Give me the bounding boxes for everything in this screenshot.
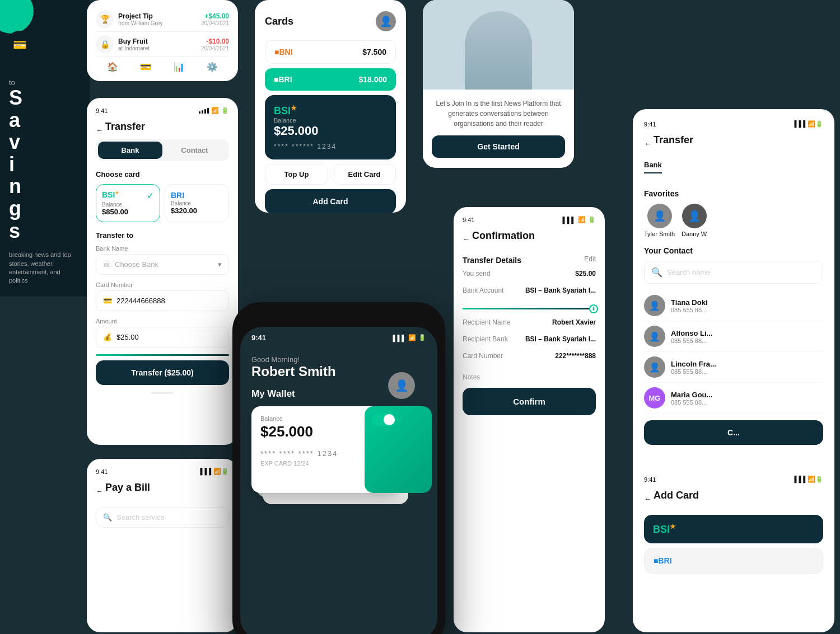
- tyler-avatar: 👤: [647, 204, 672, 228]
- conf-back-arrow: ←: [463, 235, 470, 243]
- cards-header: Cards 👤: [265, 11, 396, 31]
- phone-status-bar: 9:41 ▌▌▌ 📶 🔋: [240, 327, 437, 346]
- paybill-status-time: 9:41: [96, 468, 108, 475]
- tr-back-arrow: ←: [644, 139, 651, 148]
- amount-label: Amount: [96, 318, 229, 325]
- contact-info: Tiana Doki 085 555 88...: [671, 298, 708, 313]
- transfer-screen: 9:41 📶 🔋 ← Transfer Bank Contact Choose …: [87, 98, 238, 445]
- bri-amount: $18.000: [358, 75, 387, 84]
- contact-item[interactable]: 👤 Tiana Doki 085 555 88...: [644, 290, 823, 321]
- recipient-name-value: Robert Xavier: [552, 318, 596, 326]
- bsi-card-choice[interactable]: BSI★ ✓ Balance $850.00: [96, 184, 160, 222]
- addcard-back-button[interactable]: ← Add Card: [644, 490, 823, 508]
- favorites-title: Favorites: [644, 189, 823, 198]
- contact-search-placeholder: Search name: [667, 268, 710, 276]
- phone-screen: 9:41 ▌▌▌ 📶 🔋 Good Morning! Robert Smith …: [240, 327, 437, 634]
- bri-card-item[interactable]: ■BRI $18.000: [265, 68, 396, 91]
- addcard-bri-item[interactable]: ■BRI: [644, 548, 823, 574]
- transaction-item[interactable]: 🔒 Buy Fruit at Indomaret -$10.00 20/04/2…: [96, 32, 229, 57]
- savings-word: Savings: [9, 87, 81, 242]
- contact-search-box[interactable]: 🔍 Search name: [644, 261, 823, 284]
- conf-back-button[interactable]: ← Confirmation: [463, 230, 596, 248]
- bottom-indicator: [151, 392, 174, 394]
- contact-name: Lincoln Fra...: [671, 360, 716, 368]
- signal-bar-2: [202, 110, 203, 114]
- favorites-section: Favorites 👤 Tyler Smith 👤 Danny W: [644, 189, 823, 237]
- addcard-bsi-item[interactable]: BSI★: [644, 515, 823, 543]
- transfer-back-button[interactable]: ← Transfer: [96, 121, 229, 139]
- tr-status-time: 9:41: [644, 121, 656, 128]
- bri-balance-choice-value: $320.00: [171, 206, 223, 215]
- bni-card-item[interactable]: ■BNI $7.500: [265, 40, 396, 64]
- phone-content: Good Morning! Robert Smith 👤 My Wallet B…: [240, 346, 437, 527]
- transaction-item[interactable]: 🏆 Project Tip from William Grey +$45.00 …: [96, 7, 229, 32]
- tx-info: Project Tip from William Grey: [118, 12, 162, 26]
- card-toggle-switch[interactable]: [371, 413, 396, 426]
- bsi-full-card[interactable]: BSI★ Balance $25.000 **** ****** 1234: [265, 95, 396, 159]
- you-send-row: You send $25.00: [463, 265, 596, 282]
- home-nav-icon[interactable]: 🏠: [107, 62, 118, 72]
- bri-card-choice[interactable]: BRI Balance $320.00: [165, 184, 229, 222]
- favorite-danny[interactable]: 👤 Danny W: [682, 204, 707, 237]
- get-started-button[interactable]: Get Started: [432, 135, 565, 158]
- card-number-label: Card Number: [96, 281, 229, 288]
- contact-item[interactable]: 👤 Lincoln Fra... 085 555 88...: [644, 352, 823, 383]
- amount-input[interactable]: 💰 $25.00: [96, 327, 229, 347]
- bri-balance-choice-label: Balance: [171, 200, 223, 206]
- contact-avatar: 👤: [644, 356, 665, 378]
- chart-nav-icon[interactable]: 📊: [174, 62, 185, 72]
- transfer-status-time: 9:41: [96, 107, 108, 114]
- add-card-button[interactable]: Add Card: [265, 189, 396, 213]
- wallet-cards-container: Balance $25.000 **** **** **** 1234 EXP …: [251, 406, 426, 518]
- bsi-balance-label: Balance: [274, 117, 387, 124]
- recipient-section: Recipient Name Robert Xavier Recipient B…: [463, 314, 596, 364]
- card-nav-icon[interactable]: 💳: [140, 62, 151, 72]
- settings-nav-icon[interactable]: ⚙️: [207, 62, 218, 72]
- contact-avatar: 👤: [644, 326, 665, 347]
- confirm-button[interactable]: Confirm: [463, 388, 596, 415]
- contact-phone: 085 555 88...: [671, 337, 712, 344]
- paybill-search-input[interactable]: 🔍 Search service: [96, 507, 229, 528]
- bni-amount: $7.500: [362, 48, 386, 57]
- contact-item[interactable]: MG Maria Gou... 085 555 88...: [644, 383, 823, 414]
- bank-name-input[interactable]: 🏛 Choose Bank ▾: [96, 254, 229, 275]
- addcard-title: Add Card: [654, 490, 699, 501]
- edit-link[interactable]: Edit: [584, 255, 596, 263]
- tr-confirm-button[interactable]: C...: [644, 420, 823, 445]
- selected-check-icon: ✓: [147, 190, 154, 201]
- recipient-name-label: Recipient Name: [463, 318, 510, 326]
- transfer-details-section: Transfer Details Edit You send $25.00 Ba…: [463, 255, 596, 299]
- tx-amount-date: +$45.00 20/04/2021: [201, 12, 229, 26]
- transfer-button[interactable]: Transfer ($25.00): [96, 360, 229, 385]
- cards-user-avatar: 👤: [376, 11, 396, 31]
- add-card-screen: 9:41 ▌▌▌📶🔋 ← Add Card BSI★ ■BRI: [633, 464, 834, 632]
- tx-name: Buy Fruit: [118, 37, 150, 45]
- conf-card-number-value: 222*******888: [555, 352, 596, 360]
- green-card-content: [365, 406, 432, 435]
- paybill-back-button[interactable]: ← Pay a Bill: [96, 482, 229, 500]
- conf-signal-icon: ▌▌▌: [563, 217, 576, 223]
- search-bill-icon: 🔍: [103, 513, 112, 522]
- signal-bar-4: [207, 108, 209, 114]
- contact-item[interactable]: 👤 Alfonso Li... 085 555 88...: [644, 321, 823, 352]
- edit-card-button[interactable]: Edit Card: [333, 164, 396, 185]
- tr-bank-tab[interactable]: Bank: [644, 161, 662, 173]
- transfer-status-bar: 9:41 📶 🔋: [96, 107, 229, 114]
- bsi-card-number: **** ****** 1234: [274, 143, 387, 151]
- tr-back-button[interactable]: ← Transfer: [644, 134, 823, 153]
- bottom-navigation[interactable]: 🏠 💳 📊 ⚙️: [96, 57, 229, 74]
- tab-contact[interactable]: Contact: [162, 142, 227, 159]
- contact-phone: 085 555 88...: [671, 307, 708, 313]
- tab-bank[interactable]: Bank: [98, 142, 162, 159]
- transfer-tab-group[interactable]: Bank Contact: [96, 139, 229, 161]
- card-number-group: Card Number 💳 222444666888: [96, 281, 229, 311]
- decorative-circle: [0, 0, 34, 34]
- favorite-tyler[interactable]: 👤 Tyler Smith: [644, 204, 675, 237]
- topup-button[interactable]: Top Up: [265, 164, 328, 185]
- phone-wifi-icon: 📶: [408, 334, 416, 341]
- wallet-circle-icon: 💳: [6, 31, 34, 59]
- card-number-input[interactable]: 💳 222444666888: [96, 290, 229, 311]
- contacts-list: 👤 Tiana Doki 085 555 88... 👤 Alfonso Li.…: [644, 290, 823, 414]
- promo-image-area: [423, 0, 574, 90]
- card-actions: Top Up Edit Card: [265, 164, 396, 185]
